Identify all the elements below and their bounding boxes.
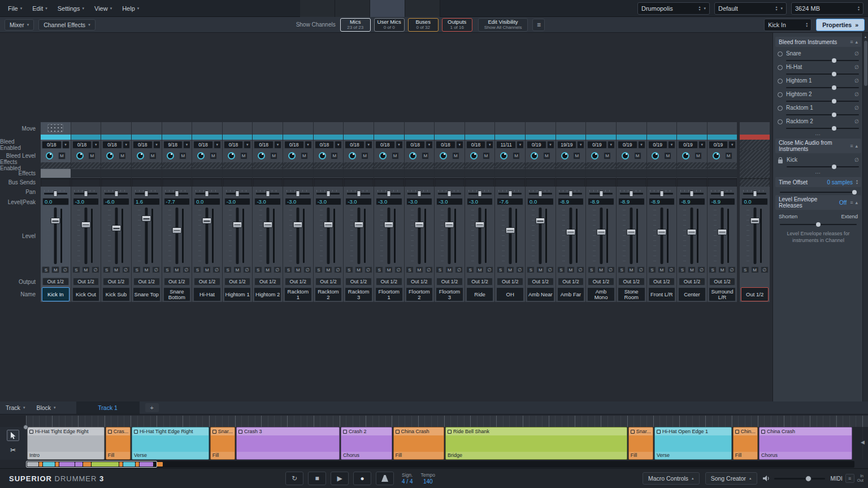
channel-name[interactable]: OH <box>496 287 524 301</box>
close-mic-audio-header[interactable]: Close Mic Audio from Instruments ≡ ▴ <box>775 139 861 153</box>
more-items-indicator[interactable]: … <box>775 130 861 137</box>
channel-strip[interactable]: 0/19 ▾ M <box>708 122 737 302</box>
bleed-count-value[interactable]: 0/18 <box>466 141 486 149</box>
mute-button[interactable]: M <box>294 266 302 273</box>
power-icon[interactable] <box>778 79 783 84</box>
bus-sends-cell[interactable] <box>405 178 435 187</box>
volume-slider[interactable] <box>774 478 825 480</box>
mute-button[interactable]: M <box>597 266 605 273</box>
bleed-enabled-bar[interactable] <box>526 135 555 140</box>
bus-sends-cell[interactable] <box>314 178 344 187</box>
solo-button[interactable]: S <box>375 266 383 273</box>
groove-block[interactable]: Snar... Fill <box>210 427 235 460</box>
slider-knob[interactable] <box>832 165 836 169</box>
solo-button[interactable]: S <box>103 266 111 273</box>
channel-output-selector[interactable]: Out 1/2 <box>406 278 433 286</box>
bleed-level-knob[interactable] <box>319 152 326 159</box>
bleed-mute-button[interactable]: M <box>270 152 277 159</box>
level-fader-track[interactable] <box>660 208 663 264</box>
pan-knob[interactable] <box>296 191 300 197</box>
channel-selector[interactable]: Kick In ▴▾ <box>764 19 811 31</box>
bleed-mute-button[interactable]: M <box>543 152 550 159</box>
bleed-level-knob[interactable] <box>228 152 235 159</box>
channel-strip[interactable]: 0/18 ▾ M <box>132 122 162 302</box>
bleed-dropdown[interactable]: ▾ <box>607 141 615 149</box>
power-icon[interactable] <box>778 106 783 111</box>
mute-button[interactable]: M <box>718 266 726 273</box>
scroll-up-icon[interactable]: ▴ <box>863 33 868 38</box>
bleed-enabled-bar[interactable] <box>162 135 192 140</box>
channel-strip[interactable]: 0/18 ▾ M <box>314 122 344 302</box>
bleed-mute-button[interactable]: M <box>422 152 429 159</box>
fader-knob[interactable] <box>657 229 666 235</box>
channel-strip[interactable]: 0/18 ▾ M <box>253 122 283 302</box>
view-tab[interactable] <box>300 0 335 17</box>
channel-strip[interactable]: 0/18 ▾ M <box>101 122 131 302</box>
slider-knob[interactable] <box>852 190 857 195</box>
effects-cell[interactable] <box>556 169 586 178</box>
bus-sends-cell[interactable] <box>617 178 646 187</box>
stop-button[interactable]: ■ <box>308 472 326 485</box>
bleed-count-value[interactable]: 0/18 <box>345 141 364 149</box>
phase-button[interactable]: ∅ <box>425 266 433 273</box>
level-fader-track[interactable] <box>357 208 360 264</box>
fader-knob[interactable] <box>536 218 545 224</box>
level-fader-track[interactable] <box>388 208 390 264</box>
pan-knob[interactable] <box>84 191 88 197</box>
mute-button[interactable]: M <box>536 266 544 273</box>
level-peak-value[interactable]: -3.0 <box>467 198 493 205</box>
level-peak-value[interactable]: -3.0 <box>285 198 311 205</box>
channel-name[interactable]: Amb Mono <box>587 287 615 301</box>
bleed-dropdown[interactable]: ▾ <box>335 141 342 149</box>
phase-button[interactable]: ∅ <box>607 266 615 273</box>
bleed-count-value[interactable]: 0/18 <box>133 141 153 149</box>
level-peak-value[interactable]: 1.6 <box>133 198 160 205</box>
tempo-value[interactable]: 140 <box>423 478 433 485</box>
solo-button[interactable]: S <box>678 266 686 273</box>
bleed-mute-button[interactable]: M <box>331 152 338 159</box>
slider-knob[interactable] <box>832 126 836 131</box>
bleed-level-knob[interactable] <box>652 152 659 159</box>
bleed-enabled-bar[interactable] <box>495 135 525 140</box>
timeline-ruler[interactable] <box>26 416 868 427</box>
bleed-enabled-bar[interactable] <box>586 135 616 140</box>
channel-move-handle[interactable] <box>47 124 63 132</box>
pan-slider[interactable] <box>589 193 613 195</box>
channel-name[interactable]: Racktom 3 <box>345 287 372 301</box>
phase-button[interactable]: ∅ <box>516 266 524 273</box>
bus-sends-cell[interactable] <box>647 178 677 187</box>
phase-button[interactable]: ∅ <box>364 266 372 273</box>
effects-enabled-cell[interactable] <box>647 162 677 169</box>
solo-button[interactable]: S <box>254 266 262 273</box>
effects-enabled-cell[interactable] <box>283 162 313 169</box>
time-offset-value[interactable]: 0 samples <box>827 179 853 185</box>
fader-knob[interactable] <box>293 222 303 228</box>
pan-knob[interactable] <box>175 191 179 197</box>
bus-sends-cell[interactable] <box>132 178 162 187</box>
timeline-overview[interactable] <box>26 461 854 468</box>
solo-button[interactable]: S <box>42 266 50 273</box>
effects-enabled-cell[interactable] <box>344 162 374 169</box>
track-lane[interactable]: Hi-Hat Tight Edge Right Intro Cras... Fi… <box>26 427 868 460</box>
channel-effects-menu-button[interactable]: Channel Effects ▾ <box>38 19 95 31</box>
bleed-count-value[interactable]: 9/18 <box>163 141 183 149</box>
mute-button[interactable]: M <box>355 266 363 273</box>
fader-knob[interactable] <box>718 229 727 235</box>
power-icon[interactable] <box>778 51 783 57</box>
bleed-enabled-bar[interactable] <box>374 135 404 140</box>
bus-sends-cell[interactable] <box>71 178 101 187</box>
effects-enabled-cell[interactable] <box>740 161 770 169</box>
channel-name[interactable]: Front L/R <box>648 287 676 301</box>
bleed-level-knob[interactable] <box>440 152 447 159</box>
effects-cell[interactable] <box>41 169 71 178</box>
fader-knob[interactable] <box>627 229 636 235</box>
phase-icon[interactable]: ∅ <box>854 51 859 57</box>
pan-knob[interactable] <box>599 191 603 197</box>
pan-slider[interactable] <box>226 193 249 195</box>
fader-knob[interactable] <box>566 229 575 235</box>
solo-button[interactable]: S <box>466 266 474 273</box>
effects-enabled-cell[interactable] <box>556 162 586 169</box>
lock-icon[interactable] <box>778 159 783 163</box>
menu-item[interactable]: Help ▾ <box>122 5 139 12</box>
bleed-dropdown[interactable]: ▾ <box>274 141 281 149</box>
